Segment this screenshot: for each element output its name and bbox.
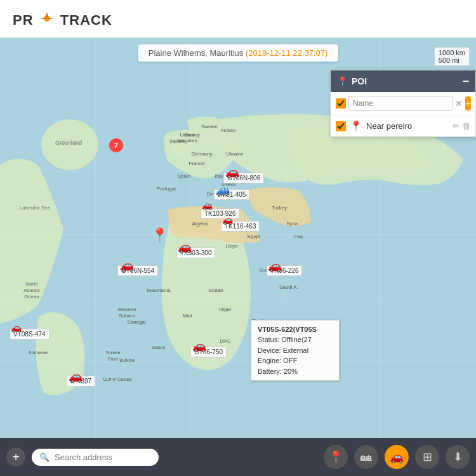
main-container: Greenland Labrador Sea North Atlantic Oc… (0, 38, 476, 476)
svg-text:Niger: Niger (219, 307, 231, 312)
vehicle-JM01-405[interactable]: 🚙 (216, 183, 230, 197)
poi-item-row: 📍 Near pereiro ✏ 🗑 (331, 116, 475, 136)
poi-title: POI (352, 76, 367, 86)
search-bar-container: 🔍 (32, 449, 159, 466)
location-button[interactable]: 📍 (324, 445, 348, 469)
poi-item-actions: ✏ 🗑 (453, 121, 470, 131)
vehicle-GT06N-806[interactable]: 🚗 (225, 165, 239, 179)
vehicle-GT06N-554[interactable]: 🚗 (120, 258, 134, 272)
map-pin: 📍 (151, 227, 168, 244)
svg-text:Iraq: Iraq (294, 234, 303, 239)
logo-text-pre: PR (13, 12, 34, 28)
poi-clear-button[interactable]: ✕ (455, 98, 463, 109)
poi-edit-button[interactable]: ✏ (453, 121, 459, 131)
svg-text:Ukraine: Ukraine (226, 151, 244, 157)
svg-text:Greenland: Greenland (55, 140, 82, 146)
location-bar: Plaine Wilhems, Mauritius (2019-12-11 22… (138, 44, 338, 62)
svg-text:Gabon: Gabon (152, 345, 165, 350)
vehicles-icon: 🚗 (390, 450, 404, 464)
location-icon: 📍 (329, 450, 343, 464)
svg-text:Italy: Italy (215, 174, 223, 179)
logo-icon (39, 11, 55, 26)
poi-collapse-button[interactable]: − (462, 76, 469, 87)
map-area[interactable]: Greenland Labrador Sea North Atlantic Oc… (0, 38, 476, 438)
poi-search-input[interactable] (348, 96, 453, 111)
search-address-input[interactable] (55, 453, 151, 462)
svg-text:Saudi A.: Saudi A. (279, 284, 298, 290)
vehicles-button[interactable]: 🚗 (385, 445, 409, 469)
svg-text:Suriname: Suriname (29, 350, 48, 355)
vehicle-VT08S-474[interactable]: 🚗 (11, 322, 22, 333)
poi-item-icon: 📍 (350, 120, 362, 132)
vehicle-GT06-750[interactable]: 🚗 (192, 339, 206, 353)
vehicle-cluster[interactable]: 7 (109, 138, 123, 152)
svg-text:Ocean: Ocean (24, 294, 39, 300)
poi-panel: 📍 POI − ✕ + 📍 Near pereiro ✏ 🗑 (330, 70, 476, 137)
svg-text:Egypt: Egypt (248, 234, 261, 239)
svg-text:Turkey: Turkey (272, 205, 287, 211)
svg-text:Labrador Sea: Labrador Sea (20, 205, 51, 211)
svg-text:Sahara: Sahara (119, 313, 135, 319)
svg-text:North: North (25, 281, 38, 287)
poi-add-button[interactable]: + (465, 96, 471, 110)
svg-text:Sudan: Sudan (208, 288, 223, 293)
tooltip-device: Device: External (258, 345, 333, 356)
svg-text:Kingdom: Kingdom (177, 138, 197, 143)
download-icon: ⬇ (453, 450, 463, 464)
tooltip-battery: Battery: 20% (258, 366, 333, 377)
location-datetime: (2019-12-11 22:37:07) (246, 48, 327, 58)
poi-all-checkbox[interactable] (336, 98, 346, 109)
grid-icon: ⊞ (423, 450, 432, 464)
poi-delete-button[interactable]: 🗑 (462, 121, 470, 131)
svg-text:Syria: Syria (286, 221, 298, 227)
vehicle-TK103-926[interactable]: 🚗 (202, 200, 213, 210)
poi-search-row: ✕ + (331, 92, 475, 116)
vehicle-TR06-226[interactable]: 🚗 (268, 259, 282, 273)
vehicle-TK116-463[interactable]: 🚗 (222, 215, 233, 225)
app-logo: PR TRACK (13, 10, 112, 29)
svg-text:Western: Western (117, 307, 136, 312)
scale-km: 1000 km (439, 49, 465, 56)
bottom-toolbar: + 🔍 📍 🏘 🚗 ⊞ ⬇ (0, 438, 476, 476)
svg-text:Germany: Germany (192, 151, 213, 157)
svg-text:France: France (189, 161, 205, 166)
svg-text:DRC: DRC (220, 338, 231, 344)
svg-text:Senegal: Senegal (127, 319, 146, 325)
tooltip-title: VT05S-622(VT05S (258, 324, 333, 335)
grid-button[interactable]: ⊞ (415, 445, 439, 469)
svg-text:Norway: Norway (185, 133, 200, 138)
svg-text:Burkina: Burkina (119, 358, 135, 362)
svg-text:Atlantic: Atlantic (23, 288, 40, 293)
geofence-button[interactable]: 🏘 (354, 445, 378, 469)
svg-text:Sweden: Sweden (201, 124, 217, 129)
vehicle-TK303-300[interactable]: 🚗 (178, 240, 192, 254)
svg-text:Spain: Spain (178, 173, 190, 179)
poi-pin-icon: 📍 (337, 76, 348, 86)
svg-text:Mali: Mali (183, 313, 192, 319)
svg-text:Faso: Faso (108, 357, 118, 361)
vehicle-R-397[interactable]: 🚗 (69, 369, 83, 383)
poi-item-name: Near pereiro (366, 121, 449, 131)
geofence-icon: 🏘 (360, 451, 372, 464)
search-icon: 🔍 (39, 453, 50, 462)
download-button[interactable]: ⬇ (446, 445, 470, 469)
app-header: PR TRACK (0, 0, 476, 38)
svg-text:Mauritania: Mauritania (147, 288, 171, 293)
svg-text:Guinea: Guinea (106, 350, 121, 355)
tooltip-engine: Engine: OFF (258, 355, 333, 366)
svg-text:Finland: Finland (221, 128, 236, 133)
svg-text:Portugal: Portugal (157, 186, 176, 192)
svg-text:Gulf of Guinea: Gulf of Guinea (103, 377, 131, 381)
tooltip-status: Status: Offline(27 (258, 334, 333, 345)
zoom-plus-button[interactable]: + (6, 447, 25, 466)
scale-mi: 500 mi (439, 56, 465, 64)
poi-item-checkbox[interactable] (336, 121, 346, 131)
svg-text:Algeria: Algeria (192, 221, 208, 227)
location-place: Plaine Wilhems, Mauritius (149, 48, 244, 58)
logo-text-post: TRACK (60, 12, 112, 28)
poi-header: 📍 POI − (331, 70, 475, 92)
map-scale: 1000 km 500 mi (434, 47, 470, 66)
svg-text:Libya: Libya (225, 243, 238, 249)
vehicle-tooltip: VT05S-622(VT05S Status: Offline(27 Devic… (251, 320, 340, 381)
